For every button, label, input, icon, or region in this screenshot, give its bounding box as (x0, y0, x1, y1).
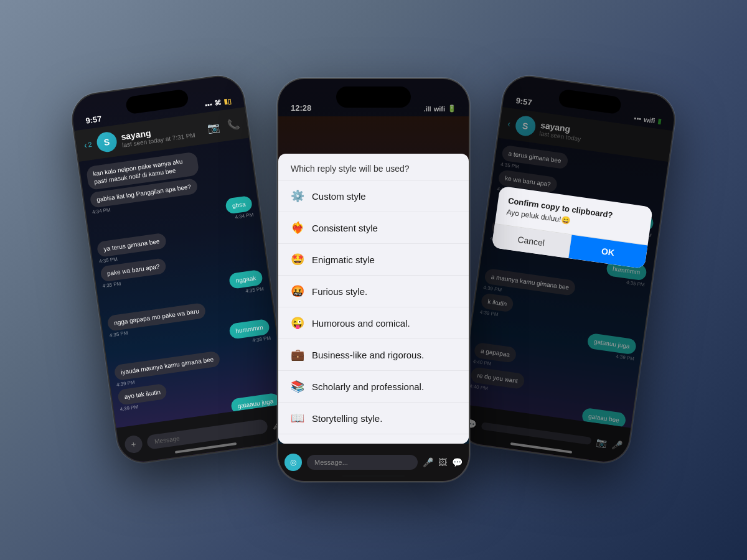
style-label: Enigmatic style (312, 254, 375, 265)
left-status-icons: ▪▪▪ ⌘ ▮▯ (204, 97, 232, 109)
style-option[interactable]: 🤩Enigmatic style (278, 244, 469, 276)
camera-symbol: ◎ (290, 458, 296, 467)
wifi-icon: ⌘ (214, 98, 222, 107)
style-label: Furious style. (312, 286, 367, 297)
style-option[interactable]: 💼Business-like and rigorous. (278, 339, 469, 371)
style-option[interactable]: 😜Humorous and comical. (278, 307, 469, 339)
center-camera-icon[interactable]: ◎ (284, 454, 302, 471)
phone-call-icon[interactable]: 📞 (226, 118, 240, 131)
left-phone: 9:57 ▪▪▪ ⌘ ▮▯ ‹ 2 S sayang last seen tod… (68, 72, 293, 466)
modal-items-list: ⚙️Custom style❤️‍🔥Consistent style🤩Enigm… (278, 180, 469, 444)
left-messages-area: kan kalo nelpon pake wanya aku pasti mas… (79, 138, 286, 427)
center-mic-icon[interactable]: 🎤 (423, 457, 433, 467)
video-call-icon[interactable]: 📷 (207, 120, 220, 134)
center-input-bar: ◎ Message... 🎤 🖼 💬 (278, 444, 469, 481)
left-chat-avatar: S (95, 131, 118, 153)
left-chat-actions: 📷 📞 (207, 118, 240, 134)
style-label: Business-like and rigorous. (312, 350, 424, 360)
style-emoji: ⚙️ (291, 189, 304, 203)
center-photo-icon[interactable]: 🖼 (438, 457, 447, 467)
style-option[interactable]: 📖Storytelling style. (278, 403, 469, 434)
back-count: 2 (88, 141, 93, 149)
style-label: Consistent style (312, 223, 378, 233)
message-time: 4:34 PM (235, 212, 254, 220)
clipboard-dialog: Confirm copy to clipboard? Ayo peluk dul… (492, 186, 654, 269)
style-label: Humorous and comical. (312, 318, 410, 329)
center-message-input[interactable]: Message... (307, 455, 418, 470)
left-status-time: 9:57 (85, 114, 102, 125)
style-label: Scholarly and professional. (312, 381, 424, 392)
style-label: Custom style (312, 191, 366, 202)
style-option[interactable]: ❤️‍🔥Consistent style (278, 212, 469, 244)
message-time: 4:38 PM (252, 335, 271, 343)
style-emoji: 📖 (291, 411, 304, 425)
style-label: Storytelling style. (312, 413, 382, 424)
dialog-overlay: Confirm copy to clipboard? Ayo peluk dul… (456, 73, 677, 465)
style-option[interactable]: 🦁Educative and instructive. (278, 434, 469, 444)
style-emoji: ❤️‍🔥 (291, 221, 304, 235)
style-option[interactable]: 📚Scholarly and professional. (278, 371, 469, 403)
modal-overlay: Which reply style will be used? ⚙️Custom… (278, 79, 469, 481)
style-option[interactable]: ⚙️Custom style (278, 180, 469, 212)
left-chat-info: sayang last seen today at 7:31 PM (120, 120, 204, 148)
style-emoji: 🤬 (291, 284, 304, 298)
chevron-left-icon: ‹ (83, 140, 88, 150)
signal-icon: ▪▪▪ (204, 100, 212, 109)
style-option[interactable]: 🤬Furious style. (278, 276, 469, 307)
style-emoji: 💼 (291, 348, 304, 362)
center-phone: 12:28 .ill wifi 🔋 sweet dreams omgg good… (277, 78, 470, 482)
center-sticker-icon[interactable]: 💬 (452, 457, 463, 467)
modal-header: Which reply style will be used? (278, 154, 469, 180)
battery-icon: ▮▯ (223, 97, 232, 106)
modal-title: Which reply style will be used? (291, 164, 456, 174)
style-emoji: 🤩 (291, 253, 304, 266)
message-time: 4:35 PM (245, 286, 265, 294)
style-emoji: 😜 (291, 316, 304, 330)
message-bubble: gbsa (225, 195, 253, 215)
left-back-button[interactable]: ‹ 2 (83, 139, 93, 151)
left-add-button[interactable]: + (124, 434, 144, 454)
phones-container: 9:57 ▪▪▪ ⌘ ▮▯ ‹ 2 S sayang last seen tod… (93, 31, 654, 529)
style-selection-modal: Which reply style will be used? ⚙️Custom… (278, 154, 469, 444)
style-emoji: 📚 (291, 380, 304, 393)
right-phone: 9:57 ▪▪▪ wifi ▮ ‹ S sayang last seen tod… (454, 72, 679, 466)
left-message-input[interactable]: Message (146, 418, 268, 449)
